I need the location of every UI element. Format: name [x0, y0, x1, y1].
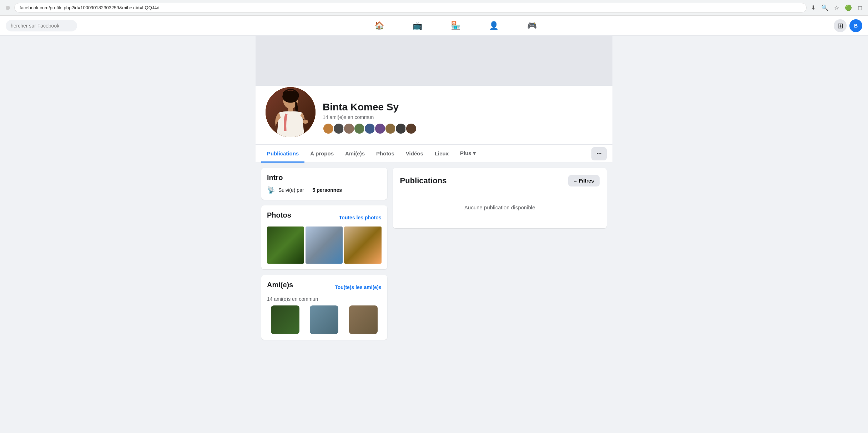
friends-card: Ami(e)s Tou(te)s les ami(e)s 14 ami(e)s … — [261, 275, 387, 340]
mutual-avatar-8[interactable] — [395, 123, 407, 134]
filters-label: Filtres — [579, 178, 594, 184]
tab-more-label: Plus ▾ — [460, 150, 476, 156]
star-icon[interactable]: ☆ — [834, 4, 839, 11]
photos-title: Photos — [267, 211, 291, 219]
filters-button[interactable]: ≡ Filtres — [568, 175, 600, 186]
profile-info: Binta Komee Sy 14 ami(e)s en commun — [323, 101, 604, 139]
filter-icon: ≡ — [574, 178, 577, 184]
friend-thumb-1[interactable] — [271, 305, 299, 334]
nav-home-icon[interactable]: 🏠 — [367, 18, 391, 33]
photos-card-header: Photos Toutes les photos — [267, 211, 382, 224]
tab-amis[interactable]: Ami(e)s — [339, 145, 370, 163]
extension-icon-1[interactable]: 🟢 — [845, 4, 852, 11]
user-avatar[interactable]: B — [849, 19, 862, 32]
browser-chrome: facebook.com/profile.php?id=100090182303… — [0, 0, 868, 16]
extension-icon-2[interactable]: ◻ — [858, 4, 862, 11]
mutual-avatar-6[interactable] — [374, 123, 386, 134]
intro-title: Intro — [267, 174, 382, 182]
nav-video-icon[interactable]: 📺 — [405, 18, 429, 33]
svg-point-5 — [303, 120, 308, 124]
mutual-avatar-5[interactable] — [364, 123, 375, 134]
publications-card: Publications ≡ Filtres Aucune publicatio… — [393, 168, 607, 228]
all-photos-link[interactable]: Toutes les photos — [339, 215, 382, 220]
all-friends-link[interactable]: Tou(te)s les ami(e)s — [335, 284, 381, 290]
friends-subtitle: 14 ami(e)s en commun — [267, 296, 382, 302]
nav-right-area: ⊞ B — [834, 19, 862, 32]
tab-options-button[interactable]: ··· — [591, 147, 607, 160]
profile-avatar[interactable] — [264, 86, 317, 139]
no-publications-label: Aucune publication disponible — [400, 194, 600, 221]
profile-name: Binta Komee Sy — [323, 101, 604, 113]
friends-grid — [267, 305, 382, 334]
profile-tabs: Publications À propos Ami(e)s Photos Vid… — [256, 145, 612, 162]
publications-header: Publications ≡ Filtres — [400, 175, 600, 186]
mutual-avatar-3[interactable] — [343, 123, 355, 134]
intro-follow-item: 📡 Suivi(e) par 5 personnes — [267, 186, 382, 194]
tab-photos[interactable]: Photos — [370, 145, 400, 163]
tab-more[interactable]: Plus ▾ — [454, 145, 481, 163]
photo-thumb-3[interactable] — [344, 227, 381, 264]
grid-menu-icon[interactable]: ⊞ — [834, 19, 847, 32]
photos-card: Photos Toutes les photos — [261, 205, 387, 269]
friend-item-2 — [306, 305, 343, 334]
nav-gaming-icon[interactable]: 🎮 — [520, 18, 544, 33]
nav-icons-container: 🏠 📺 🏪 👤 🎮 — [77, 18, 834, 33]
browser-url[interactable]: facebook.com/profile.php?id=100090182303… — [14, 3, 807, 13]
friend-item-3 — [345, 305, 382, 334]
friends-card-header: Ami(e)s Tou(te)s les ami(e)s — [267, 281, 382, 293]
left-column: Intro 📡 Suivi(e) par 5 personnes Photos … — [261, 168, 387, 345]
tab-lieux[interactable]: Lieux — [429, 145, 454, 163]
facebook-navbar: 🏠 📺 🏪 👤 🎮 ⊞ B — [0, 16, 868, 36]
mutual-avatar-2[interactable] — [333, 123, 344, 134]
mutual-avatar-1[interactable] — [323, 123, 334, 134]
profile-header: Binta Komee Sy 14 ami(e)s en commun — [256, 86, 612, 145]
mutual-avatar-9[interactable] — [405, 123, 417, 134]
browser-icons: ⬇ 🔍 ☆ 🟢 ◻ — [811, 4, 862, 11]
tab-apropos[interactable]: À propos — [304, 145, 339, 163]
tab-videos[interactable]: Vidéos — [400, 145, 429, 163]
friend-thumb-2[interactable] — [310, 305, 338, 334]
browser-dot-1 — [6, 6, 10, 10]
intro-card: Intro 📡 Suivi(e) par 5 personnes — [261, 168, 387, 200]
photo-thumb-2[interactable] — [306, 227, 343, 264]
search-input[interactable] — [6, 20, 77, 31]
mutual-avatar-4[interactable] — [354, 123, 365, 134]
follow-icon: 📡 — [267, 186, 275, 194]
mutual-avatar-7[interactable] — [385, 123, 396, 134]
friends-title: Ami(e)s — [267, 281, 293, 289]
nav-marketplace-icon[interactable]: 🏪 — [444, 18, 468, 33]
main-content: Intro 📡 Suivi(e) par 5 personnes Photos … — [256, 168, 612, 345]
mutual-avatars-list — [323, 123, 604, 134]
browser-dots — [6, 6, 10, 10]
tab-publications[interactable]: Publications — [261, 145, 304, 163]
follow-label: Suivi(e) par — [278, 187, 304, 193]
friend-item-1 — [267, 305, 303, 334]
nav-people-icon[interactable]: 👤 — [482, 18, 506, 33]
photos-grid — [267, 227, 382, 264]
friend-thumb-3[interactable] — [349, 305, 378, 334]
download-icon[interactable]: ⬇ — [811, 4, 816, 11]
mutual-friends-label: 14 ami(e)s en commun — [323, 114, 604, 120]
avatar-image — [266, 87, 316, 137]
search-icon[interactable]: 🔍 — [821, 4, 828, 11]
photo-thumb-1[interactable] — [267, 227, 304, 264]
profile-header-container: Binta Komee Sy 14 ami(e)s en commun — [256, 86, 612, 162]
follow-count: 5 personnes — [312, 187, 342, 193]
publications-title: Publications — [400, 176, 447, 185]
right-column: Publications ≡ Filtres Aucune publicatio… — [393, 168, 607, 345]
